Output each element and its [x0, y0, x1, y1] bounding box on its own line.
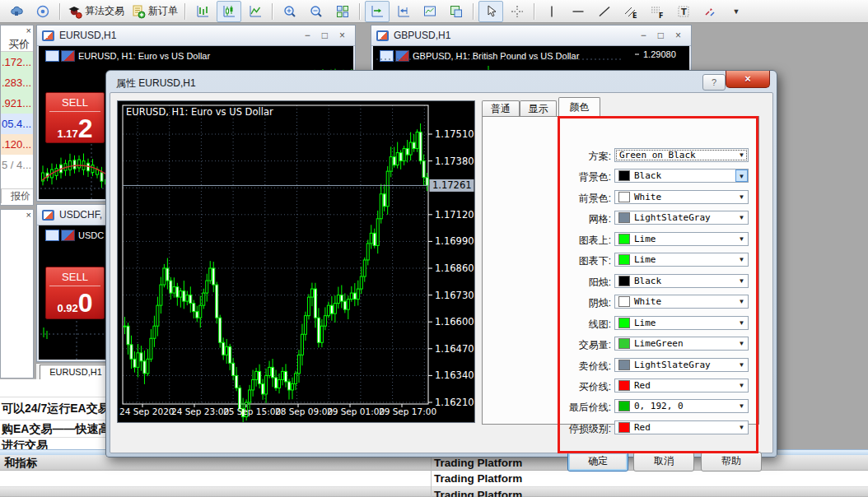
background-select[interactable]: Black▼ — [614, 169, 749, 183]
market-watch-row[interactable]: 5 / 4... — [1, 155, 33, 175]
algo-trading-button[interactable]: 算法交易 — [65, 1, 127, 22]
new-order-label: 新订单 — [148, 4, 178, 18]
market-watch-row[interactable]: .120... — [1, 134, 33, 155]
chart-tab-eurusd[interactable]: EURUSD,H1 — [40, 365, 112, 379]
close-icon[interactable]: × — [675, 30, 681, 41]
chevron-down-icon[interactable]: ▼ — [735, 211, 748, 224]
chevron-down-icon[interactable]: ▼ — [735, 359, 748, 371]
last-line-select[interactable]: 0, 192, 0▼ — [614, 399, 749, 413]
equidistant-channel-button[interactable]: E — [618, 1, 643, 22]
close-icon[interactable]: × — [339, 30, 345, 41]
market-watch-row[interactable]: .283... — [1, 72, 33, 93]
tab-general[interactable]: 普通 — [482, 100, 520, 117]
new-order-button[interactable]: 新订单 — [128, 1, 180, 22]
usdchf-sell-button[interactable]: SELL 0.92 0 — [45, 267, 105, 319]
bear-candle-select[interactable]: White▼ — [614, 295, 749, 309]
svg-text:1.17261: 1.17261 — [432, 179, 472, 191]
tile-windows-icon — [335, 4, 350, 19]
zoom-in-button[interactable] — [278, 1, 302, 22]
tile-windows-button[interactable] — [330, 1, 355, 22]
gbpusd-window-titlebar[interactable]: GBPUSD,H1 − □ × — [371, 26, 691, 46]
table-row[interactable]: Trading Platform — [0, 471, 868, 487]
scheme-select[interactable]: Green on Black▼ — [614, 148, 749, 162]
bar-chart-button[interactable] — [190, 1, 215, 22]
grid-select[interactable]: LightSlateGray▼ — [614, 211, 749, 225]
tab-colors[interactable]: 颜色 — [558, 97, 600, 117]
text-label-button[interactable]: T — [671, 1, 696, 22]
market-watch-tab-quotes[interactable]: 报价 — [1, 188, 33, 203]
line-chart-select[interactable]: Lime▼ — [614, 316, 749, 330]
candlestick-chart-icon — [222, 4, 236, 19]
minimize-icon[interactable]: − — [305, 30, 310, 41]
help-button[interactable]: 帮助 — [701, 452, 762, 471]
zoom-out-button[interactable] — [304, 1, 329, 22]
cursor-button[interactable] — [478, 1, 503, 22]
chevron-down-icon[interactable]: ▼ — [735, 275, 748, 287]
svg-text:1.16470: 1.16470 — [435, 343, 474, 355]
chevron-down-icon[interactable]: ▼ — [735, 233, 748, 245]
market-watch-row[interactable]: .921... — [1, 93, 33, 114]
ask-line-select[interactable]: LightSlateGray▼ — [614, 358, 749, 372]
auto-scroll-button[interactable] — [365, 1, 390, 22]
toolbar-separator — [184, 3, 186, 20]
chevron-down-icon[interactable]: ▼ — [735, 337, 748, 350]
color-swatch — [618, 360, 630, 370]
ok-button[interactable]: 确定 — [567, 452, 628, 471]
svg-text:1.16600: 1.16600 — [435, 316, 474, 327]
foreground-select[interactable]: White▼ — [614, 190, 749, 204]
table-row[interactable]: Trading Platform — [0, 487, 868, 497]
candlestick-chart-button[interactable] — [217, 1, 241, 22]
one-click-trading-icon[interactable] — [61, 230, 75, 241]
depth-of-market-icon[interactable] — [45, 50, 59, 62]
svg-text:1.16340: 1.16340 — [435, 369, 474, 381]
chevron-down-icon[interactable]: ▼ — [735, 317, 748, 329]
depth-of-market-icon[interactable] — [45, 230, 59, 241]
chevron-down-icon[interactable]: ▼ — [735, 191, 748, 203]
chevron-down-icon[interactable]: ▼ — [735, 170, 748, 182]
minimize-icon[interactable]: − — [641, 30, 646, 41]
eurusd-sell-button[interactable]: SELL 1.17 2 — [45, 92, 105, 143]
trendline-button[interactable] — [592, 1, 617, 22]
chevron-down-icon[interactable]: ▼ — [735, 149, 748, 161]
color-swatch — [618, 422, 630, 433]
chevron-down-icon[interactable]: ▼ — [735, 400, 748, 412]
cancel-button[interactable]: 取消 — [633, 452, 694, 471]
svg-text:29 Sep 01:00: 29 Sep 01:00 — [327, 406, 385, 416]
volumes-select[interactable]: LimeGreen▼ — [614, 337, 749, 351]
dialog-help-button[interactable]: ? — [702, 74, 726, 91]
chart-shift-button[interactable] — [391, 1, 416, 22]
signals-button[interactable] — [30, 1, 55, 22]
close-icon[interactable]: × — [26, 211, 31, 220]
maximize-icon[interactable]: □ — [322, 30, 328, 41]
market-watch-row[interactable]: .172... — [1, 52, 33, 72]
bid-line-select[interactable]: Red▼ — [614, 379, 749, 392]
new-chart-button[interactable] — [418, 1, 442, 22]
eurusd-window-titlebar[interactable]: EURUSD,H1 − □ × — [37, 26, 355, 46]
vertical-line-button[interactable] — [539, 1, 564, 22]
dialog-close-button[interactable]: × — [726, 71, 770, 88]
chevron-down-icon[interactable]: ▼ — [735, 295, 748, 308]
line-chart-button[interactable] — [243, 1, 268, 22]
bar-up-select[interactable]: Lime▼ — [614, 232, 749, 246]
tab-show[interactable]: 显示 — [520, 100, 557, 117]
objects-dropdown-button[interactable]: ▼ — [724, 1, 749, 22]
chevron-down-icon[interactable]: ▼ — [735, 253, 748, 266]
eurusd-sell-price-big: 2 — [78, 115, 93, 142]
templates-button[interactable] — [444, 1, 469, 22]
arrows-objects-button[interactable] — [698, 1, 722, 22]
svg-text:24 Sep 2020: 24 Sep 2020 — [119, 406, 175, 416]
market-watch-row[interactable]: 05.4... — [1, 114, 33, 134]
color-swatch — [618, 401, 630, 411]
maximize-icon[interactable]: □ — [658, 30, 664, 41]
chevron-down-icon[interactable]: ▼ — [735, 379, 748, 392]
one-click-trading-icon[interactable] — [61, 50, 75, 62]
bar-down-select[interactable]: Lime▼ — [614, 253, 749, 267]
stop-levels-select[interactable]: Red▼ — [614, 420, 749, 434]
fibonacci-button[interactable]: F — [645, 1, 670, 22]
chevron-down-icon[interactable]: ▼ — [735, 421, 748, 434]
close-icon[interactable]: × — [26, 26, 31, 35]
bull-candle-select[interactable]: Black▼ — [614, 274, 749, 288]
crosshair-button[interactable] — [505, 1, 530, 22]
publish-chart-button[interactable] — [4, 1, 29, 22]
horizontal-line-button[interactable] — [566, 1, 590, 22]
